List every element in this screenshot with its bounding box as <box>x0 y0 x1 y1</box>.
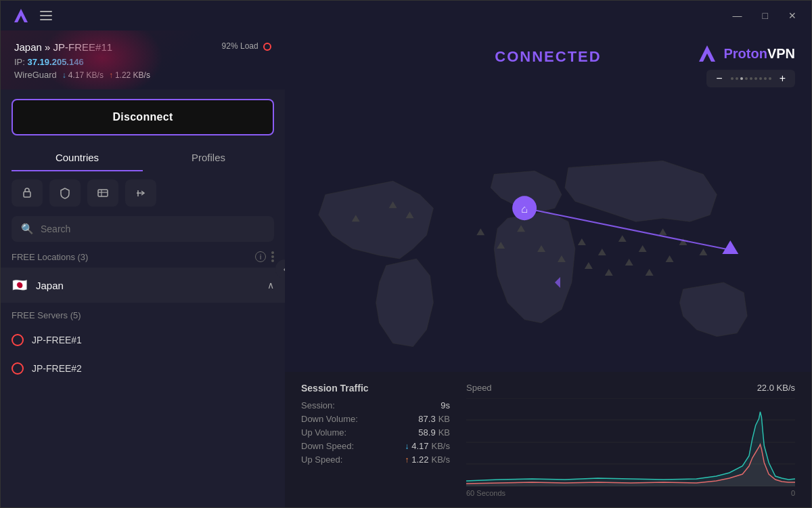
chart-area <box>466 398 795 486</box>
svg-marker-22 <box>625 259 633 266</box>
app-window: — □ ✕ 92% Load Japan » JP-FREE#11 IP: 37… <box>0 0 812 508</box>
main-content: 92% Load Japan » JP-FREE#11 IP: 37.19.20… <box>1 30 811 507</box>
zoom-dot-7 <box>759 77 762 80</box>
proton-logo-area: ProtonVPN <box>696 43 795 64</box>
svg-marker-25 <box>389 201 397 208</box>
tab-profiles[interactable]: Profiles <box>143 145 274 171</box>
japan-flag: 🇯🇵 <box>12 277 28 293</box>
svg-marker-13 <box>578 238 586 245</box>
chart-time-right: 0 <box>791 489 795 497</box>
svg-marker-23 <box>646 269 654 276</box>
expand-icon: ∧ <box>267 280 274 291</box>
svg-marker-17 <box>659 228 667 235</box>
speed-max: 22.0 KB/s <box>757 383 795 393</box>
svg-marker-26 <box>406 211 414 218</box>
filter-secure-core[interactable] <box>12 179 43 207</box>
server-stats: 92% Load <box>222 41 271 51</box>
filter-p2p[interactable] <box>87 179 118 207</box>
svg-marker-21 <box>605 269 613 276</box>
filter-row <box>1 179 285 207</box>
traffic-down-vol: Down Volume: 87.3 KB <box>301 414 450 424</box>
svg-marker-12 <box>558 255 566 262</box>
protocol-row: WireGuard ↓ 4.17 KB/s ↑ 1.22 KB/s <box>14 70 271 80</box>
filter-tor[interactable] <box>125 179 156 207</box>
svg-line-30 <box>524 208 730 250</box>
disconnect-button[interactable]: Disconnect <box>12 99 274 135</box>
up-arrow-icon: ↑ <box>405 455 409 465</box>
session-title: Session Traffic <box>301 383 450 394</box>
upload-speed: ↑ 1.22 KB/s <box>109 70 150 80</box>
maximize-button[interactable]: □ <box>759 9 772 22</box>
server-name-1: JP-FREE#1 <box>32 335 82 345</box>
zoom-dot-6 <box>754 77 757 80</box>
info-icon[interactable]: i <box>255 251 266 262</box>
load-indicator <box>263 43 271 51</box>
search-row: 🔍 <box>1 216 285 242</box>
title-bar-left <box>12 6 52 25</box>
upload-arrow: ↑ <box>109 70 113 80</box>
svg-marker-27 <box>352 215 360 221</box>
svg-rect-2 <box>98 190 108 196</box>
minimize-button[interactable]: — <box>729 9 746 22</box>
ip-address: 37.19.205.146 <box>28 57 84 67</box>
zoom-dot-4 <box>745 77 748 80</box>
search-input[interactable] <box>41 224 265 234</box>
drag-handle[interactable] <box>271 251 274 262</box>
speed-section: Speed 22.0 KB/s <box>466 383 795 496</box>
svg-marker-24 <box>666 255 674 262</box>
zoom-dot-8 <box>764 77 767 80</box>
title-bar-controls: — □ ✕ <box>729 9 800 22</box>
close-button[interactable]: ✕ <box>784 9 800 22</box>
hamburger-menu-icon[interactable] <box>40 11 52 20</box>
zoom-out-button[interactable]: − <box>712 72 726 85</box>
protocol-label: WireGuard <box>14 70 57 80</box>
speed-label: Speed <box>466 383 492 393</box>
traffic-up-vol: Up Volume: 58.9 KB <box>301 427 450 438</box>
down-arrow-icon: ↓ <box>405 442 409 451</box>
tabs-row: Countries Profiles <box>1 145 285 171</box>
country-japan[interactable]: 🇯🇵 Japan ∧ <box>1 268 285 303</box>
zoom-in-button[interactable]: + <box>775 72 790 85</box>
country-name: Japan <box>36 280 259 291</box>
svg-marker-19 <box>699 249 707 255</box>
zoom-dot-5 <box>750 77 752 80</box>
search-box: 🔍 <box>12 216 274 242</box>
chart-bottom: 60 Seconds 0 <box>466 489 795 497</box>
server-ip: IP: 37.19.205.146 <box>14 57 271 67</box>
connection-header: 92% Load Japan » JP-FREE#11 IP: 37.19.20… <box>1 30 285 89</box>
svg-marker-18 <box>679 238 687 245</box>
svg-text:⌂: ⌂ <box>521 203 528 215</box>
svg-point-28 <box>512 196 537 220</box>
svg-marker-11 <box>537 245 545 252</box>
zoom-track <box>727 77 775 80</box>
svg-marker-9 <box>497 242 505 249</box>
server-item-1[interactable]: JP-FREE#1 <box>1 326 285 354</box>
load-info: 92% Load <box>222 41 271 51</box>
svg-marker-0 <box>14 9 28 22</box>
speed-chart-svg <box>466 398 795 486</box>
tab-countries[interactable]: Countries <box>12 145 143 171</box>
traffic-down-speed: Down Speed: ↓ 4.17 KB/s <box>301 441 450 451</box>
svg-marker-10 <box>517 225 525 232</box>
server-status-1 <box>12 334 24 346</box>
server-name-2: JP-FREE#2 <box>32 363 82 374</box>
chart-time-left: 60 Seconds <box>466 489 505 497</box>
download-speed: ↓ 4.17 KB/s <box>62 70 104 80</box>
svg-marker-20 <box>585 262 593 269</box>
traffic-session: Session: 9s <box>301 400 450 410</box>
connected-label: CONNECTED <box>495 48 601 66</box>
zoom-dot-2 <box>736 77 738 80</box>
svg-marker-31 <box>722 240 738 254</box>
section-icons: i <box>255 251 274 262</box>
proton-logo-icon <box>696 43 718 64</box>
svg-marker-8 <box>476 228 484 235</box>
zoom-dot-9 <box>769 77 771 80</box>
sidebar: 92% Load Japan » JP-FREE#11 IP: 37.19.20… <box>1 30 285 507</box>
filter-shield[interactable] <box>49 179 81 207</box>
server-status-2 <box>12 362 24 375</box>
traffic-up-speed: Up Speed: ↑ 1.22 KB/s <box>301 454 450 465</box>
search-icon: 🔍 <box>21 223 34 235</box>
server-item-2[interactable]: JP-FREE#2 <box>1 354 285 383</box>
svg-marker-32 <box>555 277 560 288</box>
proton-logo-text: ProtonVPN <box>723 46 795 62</box>
